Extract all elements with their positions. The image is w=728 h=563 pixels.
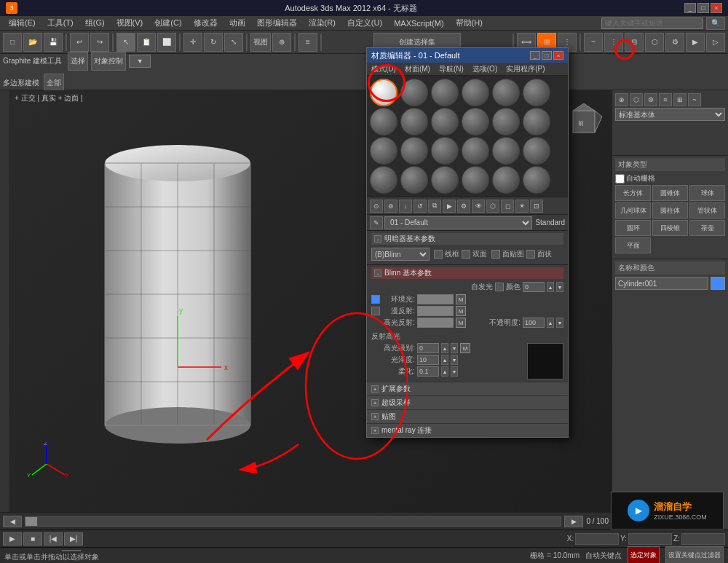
mat-show-in-vp[interactable]: 👁 xyxy=(472,200,485,213)
mat-sphere-6[interactable] xyxy=(370,108,397,135)
mat-sphere-15[interactable] xyxy=(462,137,489,165)
mat-menu-mode[interactable]: 模式(D) xyxy=(367,63,400,75)
gloss-value[interactable] xyxy=(417,343,439,353)
mat-sphere-12[interactable] xyxy=(370,137,397,165)
maps-header[interactable]: + 贴图 xyxy=(367,410,568,423)
paint-deform-btn[interactable]: 对象控制 xyxy=(91,52,126,71)
obj-teapot[interactable]: 茶壶 xyxy=(689,220,725,236)
set-key-btn[interactable]: 设置关键点过滤器 xyxy=(665,546,724,564)
rotate-button[interactable]: ↻ xyxy=(204,33,223,52)
diffuse-lock[interactable] xyxy=(371,307,380,315)
mat-sphere-22[interactable] xyxy=(492,166,520,194)
ambient-lock[interactable] xyxy=(371,295,380,304)
ambient-color[interactable] xyxy=(417,294,454,304)
search-button[interactable]: 🔍 xyxy=(706,17,725,30)
nav-cube[interactable]: 前 xyxy=(562,96,606,140)
mat-sphere-2[interactable] xyxy=(431,79,459,106)
auto-grid-check[interactable] xyxy=(615,174,625,184)
save-button[interactable]: 💾 xyxy=(44,33,63,52)
standard-type-dropdown[interactable]: 标准基本体 xyxy=(615,108,725,121)
glossiness-value[interactable] xyxy=(417,355,439,365)
mat-sphere-23[interactable] xyxy=(523,166,550,194)
mat-put-to-object[interactable]: ⊚ xyxy=(384,200,397,213)
menu-animation[interactable]: 动画 xyxy=(223,16,251,30)
mat-sphere-13[interactable] xyxy=(400,137,428,165)
mat-sphere-0[interactable] xyxy=(370,79,397,106)
two-sided-check[interactable] xyxy=(462,250,470,259)
specular-color[interactable] xyxy=(417,318,454,328)
opacity-value[interactable] xyxy=(523,318,545,328)
coord-x-input[interactable] xyxy=(575,533,619,545)
mat-sphere-20[interactable] xyxy=(431,166,459,194)
gloss-spin-dn[interactable]: ▼ xyxy=(451,343,458,353)
menu-help[interactable]: 帮助(H) xyxy=(450,16,488,30)
self-illum-spinner-up[interactable]: ▲ xyxy=(547,282,554,292)
specular-map-btn[interactable]: M xyxy=(456,318,466,328)
mental-ray-header[interactable]: + mental ray 连接 xyxy=(367,424,568,437)
render-setup-btn[interactable]: ⚙ xyxy=(665,33,684,52)
minimize-button[interactable]: _ xyxy=(684,3,696,13)
mat-close-btn[interactable]: × xyxy=(553,51,563,60)
diffuse-color[interactable] xyxy=(417,306,454,316)
obj-cylinder[interactable]: 圆柱体 xyxy=(652,202,688,218)
coord-y-input[interactable] xyxy=(628,533,672,545)
mat-maximize-btn[interactable]: □ xyxy=(542,51,552,60)
pivot-btn[interactable]: ⊕ xyxy=(272,33,291,52)
layer-mgr[interactable]: ≡ xyxy=(298,33,317,52)
rp-btn-2[interactable]: ⬡ xyxy=(630,93,643,106)
obj-tube[interactable]: 管状体 xyxy=(689,202,725,218)
coord-z-input[interactable] xyxy=(681,533,725,545)
stop-btn[interactable]: ■ xyxy=(23,532,42,546)
extend-params-collapse[interactable]: + xyxy=(371,385,379,393)
time-slider[interactable] xyxy=(25,516,561,527)
soften-spin-dn[interactable]: ▼ xyxy=(451,366,458,377)
menu-create[interactable]: 创建(C) xyxy=(149,16,187,30)
mat-sample-uvw[interactable]: ⊡ xyxy=(530,200,543,213)
mat-bg[interactable]: ◻ xyxy=(501,200,514,213)
mat-menu-navigate[interactable]: 导航(N) xyxy=(435,63,468,75)
object-name-input[interactable] xyxy=(615,277,708,290)
shader-collapse-btn[interactable]: - xyxy=(374,235,381,243)
mat-sphere-4[interactable] xyxy=(492,79,520,106)
mat-reset[interactable]: ↺ xyxy=(414,200,427,213)
mat-type-btn[interactable]: ⬡ xyxy=(486,200,499,213)
ambient-map-btn[interactable]: M xyxy=(456,294,466,304)
open-button[interactable]: 📂 xyxy=(23,33,42,52)
mat-backlight[interactable]: ☀ xyxy=(515,200,529,213)
mat-sphere-14[interactable] xyxy=(431,137,459,165)
mat-menu-options[interactable]: 选项(O) xyxy=(468,63,502,75)
rp-btn-6[interactable]: ~ xyxy=(688,93,701,106)
mat-sphere-7[interactable] xyxy=(400,108,428,135)
mat-sphere-3[interactable] xyxy=(462,79,489,106)
mat-name-dropdown[interactable]: 01 - Default xyxy=(384,216,532,229)
mat-sphere-5[interactable] xyxy=(523,79,550,106)
search-input[interactable] xyxy=(601,17,703,29)
mat-copy[interactable]: ⧉ xyxy=(428,200,441,213)
redo-button[interactable]: ↪ xyxy=(90,33,109,52)
diffuse-map-btn[interactable]: M xyxy=(456,306,466,316)
gloss-map-btn[interactable]: M xyxy=(460,343,470,353)
supersampling-collapse[interactable]: + xyxy=(371,399,379,406)
blinn-collapse-btn[interactable]: - xyxy=(374,269,381,277)
wireframe-check[interactable] xyxy=(434,250,443,259)
faceted-check[interactable] xyxy=(526,250,535,259)
rp-btn-4[interactable]: ≡ xyxy=(659,93,672,106)
mat-sphere-11[interactable] xyxy=(523,108,550,135)
mat-menu-utilities[interactable]: 实用程序(P) xyxy=(502,63,549,75)
self-illum-spinner-dn[interactable]: ▼ xyxy=(556,282,563,292)
auto-key-btn[interactable]: 选定对象 xyxy=(628,546,660,564)
free-form-btn[interactable]: 选择 xyxy=(68,52,88,71)
menu-tools[interactable]: 工具(T) xyxy=(41,16,79,30)
timeline-prev-btn[interactable]: ◀ xyxy=(3,516,22,527)
menu-view[interactable]: 视图(V) xyxy=(111,16,149,30)
timeline-next-btn[interactable]: ▶ xyxy=(564,516,583,527)
mat-sphere-19[interactable] xyxy=(400,166,428,194)
mat-sphere-9[interactable] xyxy=(462,108,489,135)
mat-preview[interactable]: ▶ xyxy=(443,200,456,213)
mat-options[interactable]: ⚙ xyxy=(457,200,470,213)
menu-edit[interactable]: 编辑(E) xyxy=(3,16,41,30)
ref-coord[interactable]: 视图 xyxy=(250,33,271,52)
render-btn[interactable]: ▶ xyxy=(686,33,705,52)
maps-collapse[interactable]: + xyxy=(371,413,379,420)
time-thumb[interactable] xyxy=(25,517,37,526)
